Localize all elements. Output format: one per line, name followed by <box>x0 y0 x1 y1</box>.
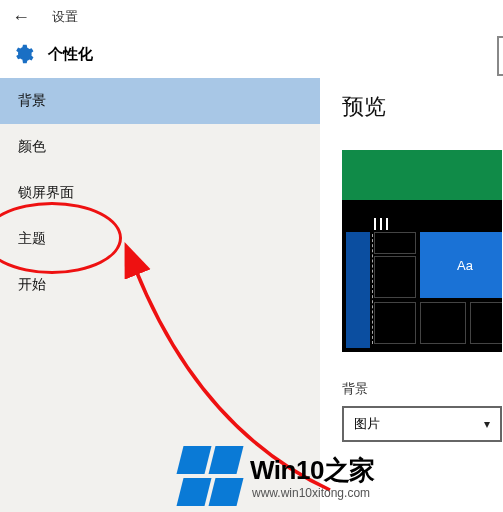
background-label: 背景 <box>342 380 503 398</box>
watermark-url: www.win10xitong.com <box>252 486 375 500</box>
preview-thumbnail: Aa <box>342 150 502 352</box>
chevron-down-icon: ▾ <box>484 417 490 431</box>
back-button[interactable]: ← <box>12 7 30 28</box>
watermark-title: Win10之家 <box>250 453 375 488</box>
watermark: Win10之家 www.win10xitong.com <box>180 446 375 506</box>
window-title: 设置 <box>52 8 78 26</box>
preview-heading: 预览 <box>342 92 503 122</box>
search-input[interactable] <box>497 36 503 76</box>
gear-icon <box>12 43 34 65</box>
sidebar-item-background[interactable]: 背景 <box>0 78 320 124</box>
page-title: 个性化 <box>48 45 93 64</box>
sidebar-item-start[interactable]: 开始 <box>0 262 320 308</box>
sidebar-item-themes[interactable]: 主题 <box>0 216 320 262</box>
sidebar-item-lockscreen[interactable]: 锁屏界面 <box>0 170 320 216</box>
background-dropdown[interactable]: 图片 ▾ <box>342 406 502 442</box>
sidebar-item-colors[interactable]: 颜色 <box>0 124 320 170</box>
dropdown-value: 图片 <box>354 415 380 433</box>
windows-logo-icon <box>180 446 240 506</box>
preview-tile-aa: Aa <box>420 232 502 298</box>
